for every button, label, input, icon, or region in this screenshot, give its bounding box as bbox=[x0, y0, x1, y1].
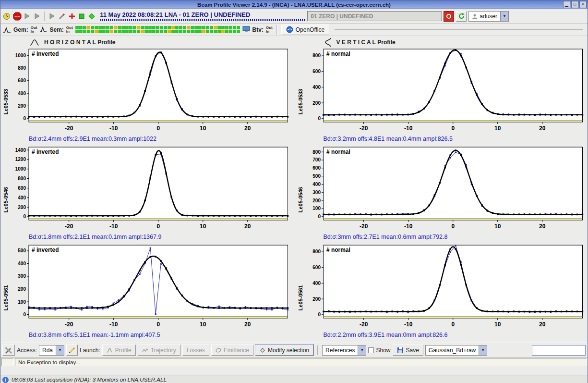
play-icon bbox=[24, 12, 31, 20]
sem-out-in[interactable]: OutIn bbox=[66, 26, 73, 34]
svg-text:300: 300 bbox=[312, 190, 321, 195]
bottom-toolbar: Access: Rda ▼ Launch: Profile Trajectory… bbox=[0, 343, 588, 358]
svg-text:-10: -10 bbox=[404, 321, 413, 328]
chevron-down-icon: ▼ bbox=[479, 346, 487, 355]
minimize-button[interactable]: ▁ bbox=[563, 1, 570, 8]
profile-plot[interactable]: 0100200300400500600700800-20-1001020# no… bbox=[304, 146, 587, 233]
edit-button[interactable] bbox=[66, 345, 78, 356]
profile-plot[interactable]: 0100200300400500-20-1001020# inverted bbox=[10, 244, 292, 331]
toolbar-separator bbox=[276, 25, 277, 35]
svg-text:400: 400 bbox=[18, 195, 26, 200]
refresh-button[interactable] bbox=[456, 11, 467, 22]
sem-status-grid[interactable] bbox=[75, 26, 240, 33]
header-suffix-text: Profile bbox=[97, 39, 115, 46]
access-selector[interactable]: Rda ▼ bbox=[39, 345, 64, 356]
chart-y-axis-label: Le05-0561 bbox=[298, 272, 303, 310]
save-button[interactable]: Save bbox=[393, 345, 423, 356]
svg-text:0: 0 bbox=[156, 125, 160, 132]
toolbar-groove bbox=[335, 29, 583, 30]
record-circle-icon bbox=[446, 13, 452, 19]
chevron-down-icon: ▼ bbox=[500, 12, 508, 21]
screen-icon bbox=[242, 26, 250, 33]
maximize-button[interactable]: □ bbox=[571, 1, 578, 8]
svg-text:800: 800 bbox=[312, 53, 321, 58]
svg-text:600: 600 bbox=[312, 69, 321, 74]
access-label: Access: bbox=[17, 347, 37, 354]
svg-text:-10: -10 bbox=[109, 321, 118, 328]
stop-button[interactable]: STOP bbox=[12, 11, 22, 22]
profile-plot[interactable]: 02004006008001000-20-1001020# inverted bbox=[10, 48, 292, 135]
marker-pen-icon bbox=[58, 12, 66, 20]
chart-block: Le05-0561 0200400600800-20-1001020# norm… bbox=[297, 244, 587, 339]
horizontal-profile-column: H O R I Z O N T A L Profile Le05-0533 02… bbox=[2, 37, 292, 342]
monitor-bar: Gem: OutIn Sem: OutIn Btv: OutIn OpenOff… bbox=[0, 24, 588, 36]
app-window: Beam Profile Viewer 2.14.9 - (INCA) - LN… bbox=[0, 0, 588, 383]
window-title: Beam Profile Viewer 2.14.9 - (INCA) - LN… bbox=[0, 2, 588, 8]
svg-text:200: 200 bbox=[312, 100, 321, 106]
gem-out-in[interactable]: OutIn bbox=[31, 26, 37, 34]
user-icon bbox=[472, 13, 478, 19]
profile-plot[interactable]: 0200400600800100012001400-20-1001020# in… bbox=[10, 146, 292, 233]
title-bar: Beam Profile Viewer 2.14.9 - (INCA) - LN… bbox=[0, 0, 588, 9]
acquisition-datetime: 11 May 2022 08:08:21 LNA - 01 ZERO | UND… bbox=[100, 11, 306, 18]
fit-caption: Bd:σ:1.8mm offs:2.1E1 mean:0.1mm ampl:13… bbox=[29, 234, 292, 241]
add-monitor-button[interactable] bbox=[67, 11, 76, 22]
svg-text:0: 0 bbox=[318, 214, 321, 219]
svg-text:0: 0 bbox=[23, 214, 26, 219]
svg-text:600: 600 bbox=[312, 165, 321, 171]
exception-status-field: No Exception to display... bbox=[15, 358, 587, 366]
svg-text:0: 0 bbox=[23, 116, 26, 121]
chart-y-axis-label: Le05-0533 bbox=[298, 76, 303, 114]
modify-selection-button[interactable]: Modify selection bbox=[255, 345, 313, 356]
vertical-profile-header: V E R T I C A L Profile bbox=[297, 37, 587, 48]
svg-text:100: 100 bbox=[312, 206, 321, 211]
svg-text:-20: -20 bbox=[360, 125, 368, 132]
profile-plot[interactable]: 0200400600800-20-1001020# normal bbox=[304, 48, 587, 135]
spacer-row bbox=[0, 367, 588, 375]
svg-text:10: 10 bbox=[200, 223, 206, 230]
emittance-button: Emittance bbox=[211, 345, 253, 356]
green-square-icon bbox=[78, 12, 85, 20]
close-button[interactable]: × bbox=[579, 1, 587, 8]
user-name: aduser bbox=[480, 13, 497, 20]
header-spaced-text: V E R T I C A L bbox=[336, 39, 376, 46]
header-spaced-text: H O R I Z O N T A L bbox=[44, 39, 96, 46]
svg-text:400: 400 bbox=[18, 91, 26, 96]
svg-text:0: 0 bbox=[318, 116, 321, 121]
free-text-field[interactable] bbox=[532, 345, 586, 356]
svg-text:20: 20 bbox=[539, 223, 546, 230]
status-bar: No Exception to display... bbox=[0, 358, 588, 367]
chart-y-axis-label: Le05-0546 bbox=[3, 174, 9, 212]
tools-button[interactable] bbox=[2, 345, 15, 356]
references-selector[interactable]: References ▼ bbox=[322, 345, 366, 356]
chevron-down-icon: ▼ bbox=[56, 346, 64, 355]
svg-text:10: 10 bbox=[494, 321, 501, 328]
gem-label: Gem: bbox=[13, 26, 28, 33]
acquiring-indicator bbox=[87, 11, 96, 22]
fit-caption: Bd:σ:3.2mm offs:4.8E1 mean:0.4mm ampl:82… bbox=[324, 136, 587, 143]
fit-caption: Bd:σ:2.4mm offs:2.9E1 mean:0.3mm ampl:10… bbox=[29, 136, 292, 143]
green-diamond-icon bbox=[88, 12, 96, 20]
launch-label: Launch: bbox=[80, 347, 100, 354]
info-icon: i bbox=[2, 377, 9, 383]
fit-mode-selector[interactable]: Gaussian_Bd+raw ▼ bbox=[425, 345, 487, 356]
btv-out-in[interactable]: OutIn bbox=[266, 26, 273, 34]
profile-plot[interactable]: 0200400600800-20-1001020# normal bbox=[304, 244, 587, 331]
stop-sign-icon: STOP bbox=[13, 12, 22, 21]
fit-mode-value: Gaussian_Bd+raw bbox=[429, 347, 476, 354]
user-selector[interactable]: aduser ▼ bbox=[468, 11, 509, 22]
losses-button: Losses bbox=[182, 345, 209, 356]
timing-button[interactable] bbox=[2, 11, 12, 22]
marker-button[interactable] bbox=[58, 11, 67, 22]
svg-text:300: 300 bbox=[18, 274, 26, 279]
record-button[interactable] bbox=[444, 11, 454, 22]
svg-text:800: 800 bbox=[312, 149, 321, 155]
chart-block: Le05-0546 0100200300400500600700800-20-1… bbox=[297, 146, 587, 241]
cycle-selector-field[interactable]: 01 ZERO | UNDEFINED bbox=[307, 11, 442, 21]
chevron-down-icon: ▼ bbox=[358, 346, 366, 355]
fit-caption: Bd:σ:3mm offs:2.7E1 mean:0.6mm ampl:792.… bbox=[324, 234, 587, 241]
show-checkbox[interactable] bbox=[368, 347, 374, 353]
openoffice-button[interactable]: OpenOffice bbox=[281, 25, 329, 35]
svg-text:-20: -20 bbox=[360, 223, 368, 230]
svg-text:400: 400 bbox=[18, 261, 26, 266]
